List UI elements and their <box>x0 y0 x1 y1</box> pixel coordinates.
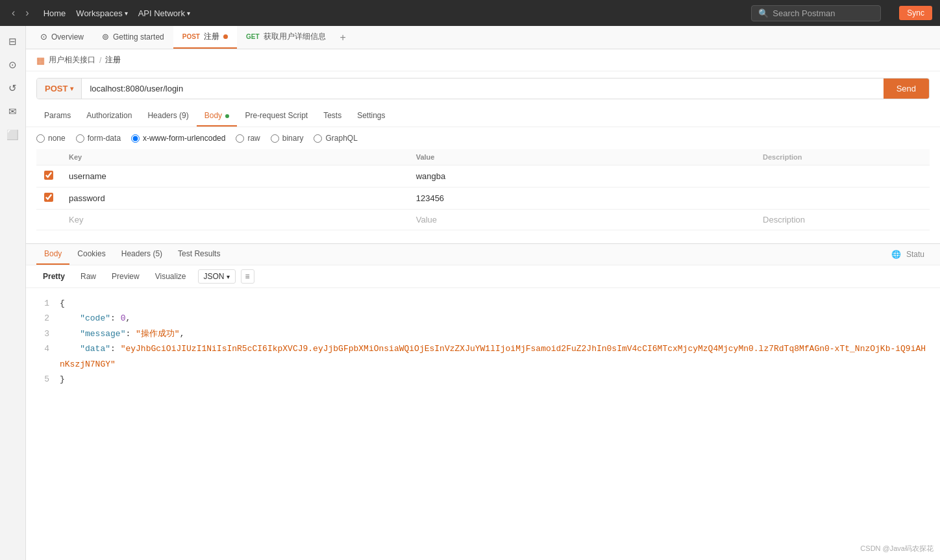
viewer-tabs: Pretty Raw Preview Visualize JSON ▾ ≡ <box>26 265 940 288</box>
param-desc-1[interactable] <box>755 165 930 188</box>
back-button[interactable]: ‹ <box>8 5 19 21</box>
globe-icon: 🌐 <box>891 250 901 259</box>
format-selector[interactable]: JSON ▾ <box>198 269 236 284</box>
sidebar-item-collections[interactable]: ⊟ <box>3 31 23 52</box>
option-graphql[interactable]: GraphQL <box>314 134 357 143</box>
add-tab-button[interactable]: + <box>335 32 351 43</box>
method-badge-get: GET <box>246 33 260 40</box>
option-raw[interactable]: raw <box>236 134 260 143</box>
json-line-2: 2 "code": 0, <box>36 311 930 326</box>
response-tabs: Body Cookies Headers (5) Test Results 🌐 … <box>26 244 940 265</box>
forward-button[interactable]: › <box>21 5 32 21</box>
watermark: CSDN @Java码农探花 <box>860 544 934 554</box>
param-value-placeholder[interactable]: Value <box>408 210 755 230</box>
param-desc-placeholder[interactable]: Description <box>755 210 930 230</box>
api-network-menu[interactable]: API Network ▾ <box>138 8 190 18</box>
row-checkbox-1[interactable] <box>44 171 53 180</box>
breadcrumb-current: 注册 <box>105 55 121 66</box>
method-selector[interactable]: POST ▾ <box>37 79 82 99</box>
option-none[interactable]: none <box>36 134 66 143</box>
request-tabs-row: ⊙ Overview ⊚ Getting started POST 注册 GET… <box>26 26 940 49</box>
workspaces-chevron-icon: ▾ <box>125 10 128 17</box>
req-tab-authorization[interactable]: Authorization <box>79 106 140 127</box>
viewer-tab-pretty[interactable]: Pretty <box>36 269 71 284</box>
resp-tab-test-results[interactable]: Test Results <box>170 244 228 265</box>
param-value-1[interactable]: wangba <box>408 165 755 188</box>
col-value: Value <box>408 149 755 165</box>
param-key-2[interactable]: password <box>61 188 408 210</box>
viewer-tab-visualize[interactable]: Visualize <box>149 269 193 284</box>
response-area: Body Cookies Headers (5) Test Results 🌐 … <box>26 243 940 560</box>
tab-overview[interactable]: ⊙ Overview <box>31 26 93 49</box>
tab-user-info[interactable]: GET 获取用户详细信息 <box>237 26 335 49</box>
col-checkbox <box>36 149 61 165</box>
col-key: Key <box>61 149 408 165</box>
method-badge-post: POST <box>182 33 200 40</box>
collection-icon: ▦ <box>36 55 45 66</box>
getting-started-icon: ⊚ <box>102 32 109 42</box>
body-options: none form-data x-www-form-urlencoded raw… <box>26 127 940 149</box>
param-value-2[interactable]: 123456 <box>408 188 755 210</box>
breadcrumb: ▦ 用户相关接口 / 注册 <box>26 49 940 71</box>
tab-dot <box>223 34 228 39</box>
home-link[interactable]: Home <box>43 8 66 18</box>
response-status: 🌐 Statu <box>891 250 930 259</box>
method-chevron-icon: ▾ <box>70 85 73 92</box>
sidebar-item-monitor[interactable]: ⬜ <box>3 125 23 145</box>
table-row: password 123456 <box>36 188 930 210</box>
req-tab-params[interactable]: Params <box>36 106 79 127</box>
json-line-4: 4 "data": "eyJhbGciOiJIUzI1NiIsInR5cCI6I… <box>36 341 930 372</box>
overview-icon: ⊙ <box>40 32 47 42</box>
req-tab-body[interactable]: Body <box>197 106 238 127</box>
option-form-data[interactable]: form-data <box>76 134 121 143</box>
tab-register[interactable]: POST 注册 <box>173 26 237 49</box>
json-line-5: 5 } <box>36 372 930 387</box>
req-tab-prerequest[interactable]: Pre-request Script <box>237 106 315 127</box>
search-icon: 🔍 <box>758 8 769 18</box>
sync-button[interactable]: Sync <box>899 6 932 20</box>
param-key-1[interactable]: username <box>61 165 408 188</box>
table-row: username wangba <box>36 165 930 188</box>
topbar: ‹ › Home Workspaces ▾ API Network ▾ 🔍 Se… <box>0 0 940 26</box>
topbar-right: Sync <box>899 6 932 20</box>
breadcrumb-separator: / <box>99 56 101 65</box>
sidebar-item-environments[interactable]: ⊙ <box>3 55 23 75</box>
method-label: POST <box>45 84 68 93</box>
sidebar-item-comments[interactable]: ✉ <box>3 101 23 122</box>
table-row-placeholder: Key Value Description <box>36 210 930 230</box>
req-tab-tests[interactable]: Tests <box>315 106 349 127</box>
option-urlencoded[interactable]: x-www-form-urlencoded <box>131 134 225 143</box>
json-line-1: 1 { <box>36 296 930 311</box>
search-bar[interactable]: 🔍 Search Postman <box>751 5 881 21</box>
req-tab-settings[interactable]: Settings <box>349 106 393 127</box>
format-chevron-icon: ▾ <box>227 273 230 280</box>
body-dot <box>225 114 229 118</box>
option-binary[interactable]: binary <box>271 134 304 143</box>
col-description: Description <box>755 149 930 165</box>
breadcrumb-parent[interactable]: 用户相关接口 <box>49 55 95 66</box>
viewer-tab-raw[interactable]: Raw <box>74 269 103 284</box>
resp-tab-headers[interactable]: Headers (5) <box>114 244 170 265</box>
viewer-tab-preview[interactable]: Preview <box>105 269 146 284</box>
params-table-container: Key Value Description username wangba p <box>26 149 940 230</box>
json-line-3: 3 "message": "操作成功", <box>36 326 930 341</box>
workspaces-menu[interactable]: Workspaces ▾ <box>76 8 127 18</box>
param-key-placeholder[interactable]: Key <box>61 210 408 230</box>
resp-tab-body[interactable]: Body <box>36 244 69 265</box>
resp-tab-cookies[interactable]: Cookies <box>69 244 113 265</box>
url-bar: POST ▾ Send <box>36 78 930 99</box>
sidebar-item-history[interactable]: ↺ <box>3 78 23 99</box>
row-checkbox-2[interactable] <box>44 193 53 202</box>
json-response-content: 1 { 2 "code": 0, 3 "message": "操作成功", 4 … <box>26 288 940 560</box>
send-button[interactable]: Send <box>884 79 929 99</box>
request-options-tabs: Params Authorization Headers (9) Body Pr… <box>26 106 940 127</box>
param-desc-2[interactable] <box>755 188 930 210</box>
nav-controls: ‹ › <box>8 5 33 21</box>
wrap-button[interactable]: ≡ <box>241 269 254 284</box>
api-network-chevron-icon: ▾ <box>187 10 190 17</box>
url-input[interactable] <box>82 79 883 99</box>
tab-getting-started[interactable]: ⊚ Getting started <box>93 26 173 49</box>
main-content: ⊙ Overview ⊚ Getting started POST 注册 GET… <box>26 26 940 560</box>
sidebar: ⊟ ⊙ ↺ ✉ ⬜ <box>0 26 26 560</box>
req-tab-headers[interactable]: Headers (9) <box>140 106 196 127</box>
